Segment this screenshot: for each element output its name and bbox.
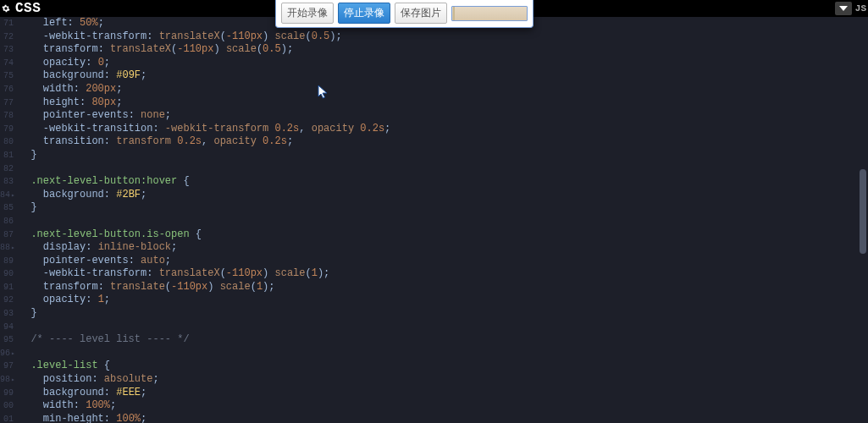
scrollbar-track[interactable] [856, 17, 866, 423]
start-record-button[interactable]: 开始录像 [281, 3, 334, 24]
code-line[interactable]: } [19, 201, 854, 215]
code-line[interactable]: pointer-events: none; [19, 109, 854, 123]
preview-thumbnail [453, 7, 455, 20]
code-line[interactable]: position: absolute; [19, 373, 854, 387]
code-line[interactable]: pointer-events: auto; [19, 255, 854, 268]
code-line[interactable] [19, 321, 854, 334]
code-line[interactable]: background: #2BF; [19, 189, 854, 202]
recording-preview[interactable] [451, 6, 528, 21]
mouse-cursor-icon [318, 85, 329, 100]
code-line[interactable] [19, 162, 854, 176]
code-line[interactable]: opacity: 0; [19, 57, 854, 70]
code-content[interactable]: left: 50%; -webkit-transform: translateX… [19, 17, 854, 423]
code-line[interactable]: width: 200px; [19, 83, 854, 96]
save-image-button[interactable]: 保存图片 [395, 3, 447, 24]
stop-record-button[interactable]: 停止录像 [338, 3, 390, 24]
recording-toolbar: 开始录像 停止录像 保存图片 [275, 0, 534, 28]
code-line[interactable]: background: #EEE; [19, 387, 854, 400]
code-line[interactable] [19, 347, 854, 360]
code-line[interactable]: display: inline-block; [19, 241, 854, 255]
code-line[interactable]: .level-list { [19, 360, 854, 373]
scrollbar-thumb[interactable] [860, 169, 866, 254]
code-line[interactable]: .next-level-button:hover { [19, 175, 854, 189]
code-line[interactable]: opacity: 1; [19, 294, 854, 307]
code-line[interactable]: -webkit-transform: translateX(-110px) sc… [19, 267, 854, 281]
code-line[interactable]: /* ---- level list ---- */ [19, 333, 854, 347]
code-line[interactable]: transition: transform 0.2s, opacity 0.2s… [19, 135, 854, 149]
gear-icon[interactable] [2, 4, 10, 13]
code-line[interactable]: -webkit-transform: translateX(-110px) sc… [19, 30, 854, 44]
code-line[interactable]: transform: translateX(-110px) scale(0.5)… [19, 43, 854, 57]
code-line[interactable]: min-height: 100%; [19, 413, 854, 423]
line-number-gutter: 7172737475767778798081828384858687888990… [0, 17, 15, 423]
code-editor[interactable]: 7172737475767778798081828384858687888990… [0, 17, 868, 423]
code-line[interactable]: transform: translate(-110px) scale(1); [19, 281, 854, 294]
js-tab-label[interactable]: JS [855, 3, 866, 14]
chevron-down-icon[interactable] [835, 2, 852, 15]
panel-title: CSS [15, 1, 41, 16]
code-line[interactable]: background: #09F; [19, 69, 854, 83]
code-line[interactable] [19, 215, 854, 228]
code-line[interactable]: } [19, 307, 854, 321]
code-line[interactable]: width: 100%; [19, 399, 854, 413]
code-line[interactable]: height: 80px; [19, 96, 854, 110]
code-line[interactable]: .next-level-button.is-open { [19, 228, 854, 242]
code-line[interactable]: -webkit-transition: -webkit-transform 0.… [19, 123, 854, 136]
code-line[interactable]: } [19, 149, 854, 162]
